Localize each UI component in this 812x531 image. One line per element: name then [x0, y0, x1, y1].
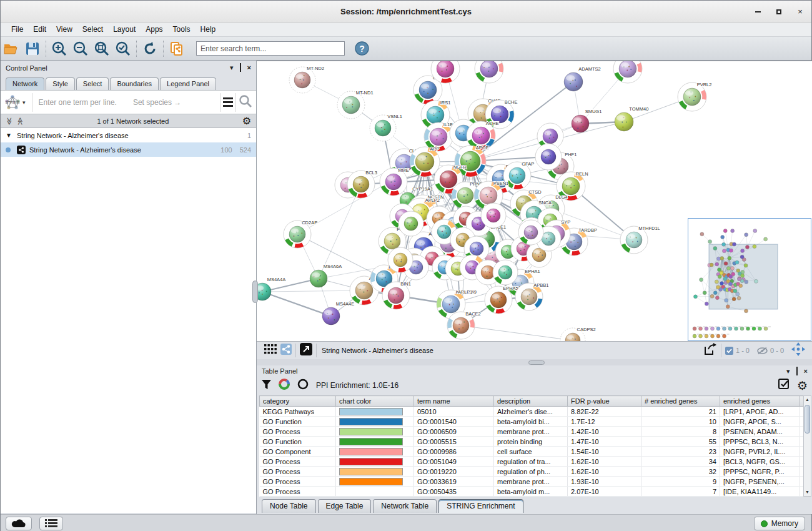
protein-node-app[interactable]: APP: [410, 146, 440, 177]
protein-node-mt-nd2[interactable]: MT-ND2: [289, 66, 324, 93]
enrichment-row[interactable]: GO FunctionGO:0001540beta-amyloid bi...1…: [260, 417, 804, 427]
menu-help[interactable]: Help: [196, 24, 220, 35]
protein-node[interactable]: [493, 260, 518, 285]
column-header-description[interactable]: description: [494, 396, 568, 407]
table-scrollbar[interactable]: ▲ ▼: [803, 395, 811, 497]
enrichment-row[interactable]: GO FunctionGO:0005515protein binding1.47…: [260, 437, 804, 447]
grid-view-icon[interactable]: [264, 344, 277, 357]
menu-view[interactable]: View: [52, 24, 77, 35]
string-protein-query-icon[interactable]: STRING ▾: [4, 94, 29, 111]
enrichment-row[interactable]: GO ComponentGO:0009986cell surface1.54E-…: [260, 447, 804, 457]
select-rows-icon[interactable]: [778, 379, 790, 392]
enrichment-row[interactable]: KEGG Pathways05010Alzheimer's dise...8.8…: [260, 407, 804, 417]
string-search-icon[interactable]: [239, 94, 252, 111]
enrichment-row[interactable]: GO ProcessGO:0050435beta-amyloid m...2.0…: [260, 487, 804, 497]
protein-node[interactable]: [481, 203, 506, 228]
protein-node-cadps2[interactable]: CADPS2: [560, 327, 596, 341]
help-icon[interactable]: ?: [351, 39, 372, 58]
protein-node-cd2ap[interactable]: CD2AP: [284, 220, 317, 248]
protein-node-tomm40[interactable]: TOMM40: [615, 106, 648, 131]
table-panel-menu-icon[interactable]: ▾: [786, 368, 790, 375]
tab-network-table[interactable]: Network Table: [373, 499, 437, 513]
column-header-chart-color[interactable]: chart color: [336, 396, 414, 407]
protein-node-bin1[interactable]: BIN1: [382, 281, 411, 309]
panel-splitter-handle[interactable]: [252, 280, 258, 303]
protein-node-vsnl1[interactable]: VSNL1: [370, 114, 402, 141]
birds-eye-view[interactable]: [688, 218, 811, 341]
protein-node-ms4a6a[interactable]: MS4A6A: [310, 264, 342, 287]
network-share-icon[interactable]: [280, 344, 292, 357]
column-header-category[interactable]: category: [260, 396, 336, 407]
column-header-enriched-genes[interactable]: enriched genes: [720, 396, 800, 407]
protein-node-pvrl2[interactable]: PVRL2: [678, 82, 711, 111]
search-input[interactable]: [196, 41, 345, 56]
menu-select[interactable]: Select: [78, 24, 107, 35]
table-float-icon[interactable]: [796, 368, 798, 375]
close-button[interactable]: ×: [795, 7, 805, 17]
network-tree-row[interactable]: ▼String Network - Alzheimer's disease1: [1, 128, 256, 142]
protein-node-ms4a4a[interactable]: MS4A4A: [257, 277, 285, 300]
string-query-input[interactable]: Enter one term per line. Set species →: [35, 98, 217, 107]
tab-select[interactable]: Select: [76, 77, 109, 90]
table-settings-gear-icon[interactable]: ⚙: [797, 380, 808, 392]
protein-node[interactable]: [613, 61, 642, 83]
menu-edit[interactable]: Edit: [29, 24, 51, 35]
zoom-selected-icon[interactable]: [112, 39, 134, 58]
column-header-term-name[interactable]: term name: [414, 396, 494, 407]
chart-color-icon[interactable]: [279, 379, 290, 392]
collapse-all-icon[interactable]: ≫: [5, 117, 14, 125]
export-network-icon[interactable]: [703, 343, 717, 358]
scroll-up-icon[interactable]: ▲: [804, 396, 811, 404]
clone-network-icon[interactable]: [166, 39, 187, 58]
zoom-fit-icon[interactable]: [91, 39, 112, 58]
cloud-tasks-button[interactable]: [6, 517, 32, 530]
protein-node[interactable]: [399, 211, 423, 236]
detach-view-icon[interactable]: [300, 343, 312, 358]
protein-node-bcl3[interactable]: BCL3: [347, 170, 377, 198]
open-session-icon[interactable]: [1, 39, 22, 58]
tab-edge-table[interactable]: Edge Table: [318, 499, 372, 513]
refresh-icon[interactable]: [139, 39, 161, 58]
scroll-thumb[interactable]: [805, 405, 810, 434]
network-tree-row[interactable]: String Network - Alzheimer's disease1005…: [1, 142, 256, 157]
menu-file[interactable]: File: [7, 24, 27, 35]
filter-enrichment-icon[interactable]: [262, 380, 271, 392]
minimize-button[interactable]: [753, 7, 763, 17]
splitter-grip[interactable]: [528, 360, 545, 365]
panel-menu-icon[interactable]: ▾: [230, 64, 234, 71]
menu-layout[interactable]: Layout: [109, 24, 140, 35]
tree-expand-icon[interactable]: ▼: [6, 132, 12, 139]
title-bar[interactable]: Session: /tmp/enrichmentTest.cys ×: [1, 1, 811, 22]
tab-legend-panel[interactable]: Legend Panel: [160, 77, 216, 90]
save-session-icon[interactable]: [22, 39, 43, 58]
protein-node-mme[interactable]: MME: [380, 167, 409, 196]
protein-node-epha5[interactable]: EPHA5: [485, 285, 518, 314]
expand-all-icon[interactable]: ≫: [16, 117, 24, 125]
string-options-icon[interactable]: [223, 97, 233, 107]
enrichment-row[interactable]: GO ProcessGO:0051049regulation of tra...…: [260, 457, 804, 467]
protein-node-mt-nd1[interactable]: MT-ND1: [337, 90, 374, 119]
tab-style[interactable]: Style: [46, 77, 74, 90]
set-species-hint[interactable]: Set species →: [133, 98, 181, 107]
protein-node[interactable]: [475, 61, 503, 83]
tab-boundaries[interactable]: Boundaries: [110, 77, 159, 90]
float-panel-icon[interactable]: [240, 64, 241, 71]
protein-node-adamts2[interactable]: ADAMTS2: [564, 66, 601, 91]
network-options-gear-icon[interactable]: ⚙: [242, 116, 251, 126]
protein-node[interactable]: [535, 144, 562, 170]
enrichment-row[interactable]: GO ProcessGO:0006509membrane prot...1.42…: [260, 427, 804, 437]
zoom-out-icon[interactable]: [70, 39, 91, 58]
maximize-button[interactable]: [774, 7, 784, 17]
navigate-icon[interactable]: [791, 342, 805, 359]
protein-node[interactable]: [518, 220, 543, 245]
scroll-down-icon[interactable]: ▼: [804, 489, 811, 496]
menu-tools[interactable]: Tools: [169, 24, 195, 35]
protein-node-mthfd1l[interactable]: MTHFD1L: [620, 226, 660, 254]
table-close-icon[interactable]: ×: [804, 368, 808, 375]
column-header--enriched-genes[interactable]: # enriched genes: [641, 396, 720, 407]
clear-chart-icon[interactable]: [297, 379, 309, 392]
menu-apps[interactable]: Apps: [141, 24, 167, 35]
protein-node-bace2[interactable]: BACE2: [447, 311, 481, 339]
task-history-button[interactable]: [39, 517, 63, 530]
enrichment-table[interactable]: categorychart colorterm namedescriptionF…: [259, 395, 804, 497]
